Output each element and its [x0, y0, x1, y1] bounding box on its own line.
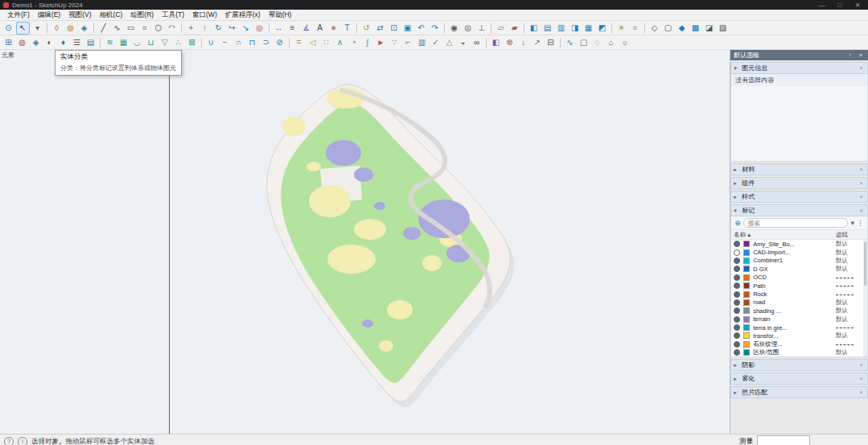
- tool-next-view-icon[interactable]: ↷: [429, 23, 441, 34]
- tool-solid-union-icon[interactable]: ∪: [205, 37, 217, 48]
- tool-line-icon[interactable]: ╱: [97, 23, 109, 34]
- model-viewport[interactable]: 元素: [0, 50, 730, 434]
- tag-dash-style[interactable]: [836, 290, 865, 298]
- tool-cleanup-icon[interactable]: ✓: [430, 37, 442, 48]
- tag-row[interactable]: Path: [731, 282, 867, 290]
- visibility-eye-icon[interactable]: [734, 241, 740, 247]
- tag-dash-style[interactable]: 默认: [836, 299, 865, 307]
- visibility-eye-icon[interactable]: [734, 258, 740, 264]
- tool-skatter-icon[interactable]: ∵: [389, 37, 401, 48]
- section-entity-info[interactable]: ▾ 图元信息 ×: [730, 62, 868, 74]
- tool-solid-intersect-icon[interactable]: ∩: [232, 37, 245, 48]
- tool-push-pull-icon[interactable]: ↑: [199, 23, 211, 34]
- tag-name[interactable]: 区块/范围: [753, 348, 836, 356]
- section-close-icon[interactable]: ×: [858, 193, 865, 200]
- visibility-eye-icon[interactable]: [734, 349, 740, 356]
- tool-drape-icon[interactable]: ▽: [158, 37, 171, 48]
- tool-material-replacer-icon[interactable]: ◒: [457, 37, 469, 48]
- scrollbar-thumb[interactable]: [864, 241, 866, 286]
- tool-animator-icon[interactable]: ►: [375, 37, 387, 48]
- visibility-eye-icon[interactable]: [734, 266, 740, 272]
- tag-dash-style[interactable]: [836, 274, 865, 281]
- tool-round-corner-icon[interactable]: ◔: [348, 37, 360, 48]
- tool-section-plane-icon[interactable]: ▱: [495, 23, 507, 34]
- tool-extension-manager-icon[interactable]: ⌂: [605, 37, 617, 48]
- tool-add-detail-icon[interactable]: ∴: [172, 37, 184, 48]
- tool-zoom-extents-icon[interactable]: ▣: [401, 23, 413, 34]
- tool-look-around-icon[interactable]: ◎: [462, 23, 474, 34]
- tool-rotate-icon[interactable]: ↻: [212, 23, 224, 34]
- tag-name[interactable]: CAD-Import...: [753, 249, 836, 256]
- menu-item-8[interactable]: 帮助(H): [265, 10, 296, 20]
- tag-name[interactable]: Combiner1: [753, 257, 836, 264]
- tool-pan-icon[interactable]: ⇄: [374, 23, 386, 34]
- tool-polygon-icon[interactable]: ⬡: [152, 23, 164, 34]
- filter-icon[interactable]: ▾: [850, 219, 854, 227]
- tool-eraser-icon[interactable]: ◊: [51, 23, 63, 34]
- tool-view-right-icon[interactable]: ◨: [569, 23, 581, 34]
- tool-selection-toys-icon[interactable]: △: [443, 37, 455, 48]
- tag-name[interactable]: 石块纹理...: [753, 340, 836, 348]
- tool-sandbox-from-contours-icon[interactable]: ≋: [104, 37, 116, 48]
- minimize-button[interactable]: —: [815, 2, 829, 9]
- section-collapsed-2[interactable]: ▸样式×: [730, 191, 868, 203]
- info-icon[interactable]: i: [18, 437, 27, 445]
- tag-row[interactable]: transfor...默认: [731, 332, 867, 340]
- section-close-icon[interactable]: ×: [858, 389, 865, 396]
- tool-scale-icon[interactable]: ↘: [240, 23, 252, 34]
- tool-display-shaded-icon[interactable]: ◆: [676, 23, 688, 34]
- section-collapsed-0[interactable]: ▸材料×: [730, 163, 868, 175]
- tool-display-monochrome-icon[interactable]: ◪: [703, 23, 715, 34]
- tag-color-swatch[interactable]: [743, 316, 750, 323]
- section-close-icon[interactable]: ×: [858, 207, 865, 214]
- visibility-eye-icon[interactable]: [734, 249, 740, 256]
- tag-name[interactable]: terra in gre...: [753, 324, 836, 332]
- column-dashes[interactable]: 虚线: [836, 231, 865, 239]
- tool-styles-panel-icon[interactable]: ◐: [43, 37, 56, 48]
- tool-quad-face-tools-icon[interactable]: ▥: [416, 37, 428, 48]
- tool-circle-icon[interactable]: ○: [138, 23, 150, 34]
- tool-print-icon[interactable]: ⊟: [545, 37, 557, 48]
- section-close-icon[interactable]: ×: [858, 166, 865, 173]
- tool-smoove-icon[interactable]: ◡: [131, 37, 143, 48]
- section-collapsed-2[interactable]: ▸照片匹配×: [730, 386, 868, 398]
- tag-row[interactable]: road默认: [731, 299, 867, 307]
- tag-color-swatch[interactable]: [743, 324, 750, 331]
- tool-entity-info-panel-icon[interactable]: ⊞: [2, 37, 14, 48]
- tool-view-back-icon[interactable]: ▦: [582, 23, 594, 34]
- tag-row[interactable]: 区块/范围默认: [731, 348, 867, 356]
- tag-dash-style[interactable]: [836, 340, 865, 348]
- tool-zoom-icon[interactable]: ⊙: [2, 23, 14, 34]
- tool-curviloft-icon[interactable]: ∫: [361, 37, 373, 48]
- tag-name[interactable]: road: [753, 299, 836, 306]
- tags-scrollbar[interactable]: [863, 240, 867, 356]
- tool-mirror-tool-icon[interactable]: ◁: [306, 37, 319, 48]
- tag-color-swatch[interactable]: [743, 341, 750, 348]
- tag-row[interactable]: Combiner1默认: [731, 257, 867, 265]
- tag-name[interactable]: Rock: [753, 290, 836, 298]
- visibility-eye-icon[interactable]: [734, 341, 740, 348]
- tool-align-tool-icon[interactable]: =: [293, 37, 305, 48]
- visibility-eye-icon[interactable]: [734, 324, 740, 331]
- maximize-button[interactable]: □: [833, 2, 847, 9]
- section-collapsed-1[interactable]: ▸组件×: [730, 177, 868, 189]
- menu-item-1[interactable]: 编辑(E): [34, 10, 64, 20]
- tag-name[interactable]: D GX: [753, 266, 836, 273]
- tool-scenes-panel-icon[interactable]: ▤: [84, 37, 97, 48]
- tag-dash-style[interactable]: 默认: [836, 307, 865, 315]
- tool-position-camera-icon[interactable]: ◉: [448, 23, 460, 34]
- tool-tags-panel-icon[interactable]: ♦: [57, 37, 69, 48]
- tool-color-by-tag-icon[interactable]: ◧: [490, 37, 502, 48]
- tool-offset-icon[interactable]: ◎: [253, 23, 265, 34]
- tag-name[interactable]: transfor...: [753, 332, 836, 340]
- tool-purge-icon[interactable]: ⊗: [504, 37, 516, 48]
- tray-close-icon[interactable]: ×: [857, 52, 865, 59]
- tool-shadows-icon[interactable]: ☀: [615, 23, 627, 34]
- menu-item-2[interactable]: 视图(V): [64, 10, 95, 20]
- tool-axes-icon[interactable]: ∗: [327, 23, 339, 34]
- tag-name[interactable]: OCD: [753, 274, 836, 281]
- tool-arc-icon[interactable]: ◠: [166, 23, 178, 34]
- tool-profile-builder-icon[interactable]: ⌐: [402, 37, 414, 48]
- visibility-eye-icon[interactable]: [734, 316, 740, 323]
- tool-export-image-icon[interactable]: ↗: [531, 37, 543, 48]
